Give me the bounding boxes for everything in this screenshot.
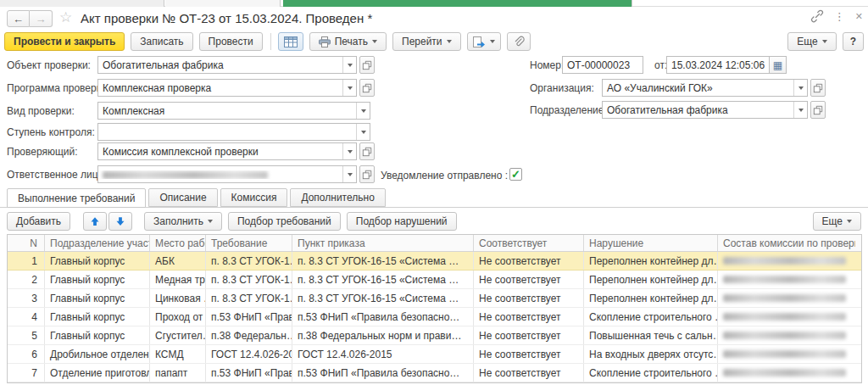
- fill-button[interactable]: Заполнить: [144, 212, 222, 231]
- table-cell-commission[interactable]: [718, 252, 855, 270]
- attachment-button[interactable]: [507, 32, 531, 51]
- column-header[interactable]: Место работ: [150, 235, 206, 251]
- save-button[interactable]: Записать: [131, 32, 192, 51]
- column-header[interactable]: Пункт приказа: [292, 235, 474, 251]
- table-cell[interactable]: п. 8.3 СТ УГОК-16-15 «Система …: [292, 252, 474, 270]
- table-cell[interactable]: Не соответствует: [474, 345, 584, 363]
- back-button[interactable]: ←: [7, 10, 30, 27]
- table-cell[interactable]: Главный корпус: [45, 308, 150, 326]
- table-cell[interactable]: п.53 ФНиП «Правила безопасно…: [292, 364, 474, 382]
- print-button[interactable]: Печать: [309, 32, 387, 51]
- dropdown-button[interactable]: [342, 143, 356, 159]
- table-cell[interactable]: АБК: [150, 252, 206, 270]
- table-more-button[interactable]: Еще: [813, 212, 861, 231]
- table-cell-commission[interactable]: [718, 289, 855, 307]
- table-row[interactable]: 6Дробильное отделениеКСМДГОСТ 12.4.026-2…: [8, 345, 861, 364]
- table-cell[interactable]: п.38 Федеральных норм и прави…: [292, 326, 474, 344]
- structure-toggle-button[interactable]: [278, 32, 303, 51]
- send-button[interactable]: [467, 32, 501, 51]
- table-cell[interactable]: Главный корпус: [45, 252, 150, 270]
- table-cell[interactable]: 6: [8, 345, 45, 363]
- table-cell[interactable]: п.53 ФНиП «Правила безопасно…: [292, 308, 474, 326]
- active-window-tab-indicator[interactable]: [283, 0, 632, 7]
- table-cell[interactable]: Сгустител…: [150, 326, 206, 344]
- table-cell[interactable]: Не соответствует: [474, 308, 584, 326]
- table-row[interactable]: 2Главный корпусМедная тр…п. 8.3 СТ УГОК-…: [8, 271, 861, 289]
- dropdown-button[interactable]: [793, 102, 807, 118]
- table-cell[interactable]: На входных дверях отсутс…: [584, 345, 718, 363]
- table-cell[interactable]: Не соответствует: [474, 289, 584, 307]
- table-cell[interactable]: Не соответствует: [474, 252, 584, 270]
- window-tab[interactable]: [165, 0, 281, 7]
- table-cell[interactable]: 5: [8, 326, 45, 344]
- table-cell[interactable]: Не соответствует: [474, 271, 584, 288]
- move-down-button[interactable]: [108, 212, 132, 231]
- add-row-button[interactable]: Добавить: [7, 212, 70, 231]
- close-icon[interactable]: ✕: [855, 11, 863, 22]
- table-row[interactable]: 3Главный корпусЦинковая …п. 8.3 СТ УГОК-…: [8, 289, 861, 308]
- column-header[interactable]: Подразделение участка: [45, 235, 150, 251]
- kebab-menu-icon[interactable]: ⋮: [834, 10, 845, 23]
- column-header[interactable]: N: [8, 235, 45, 251]
- post-button[interactable]: Провести: [199, 32, 263, 51]
- table-row[interactable]: 1Главный корпусАБКп. 8.3 СТ УГОК-1…п. 8.…: [8, 252, 861, 271]
- column-header[interactable]: Состав комиссии по проверке: [718, 235, 855, 251]
- more-button[interactable]: Еще: [787, 32, 836, 51]
- table-cell[interactable]: п.53 ФНиП «Прав…: [206, 308, 292, 326]
- table-cell[interactable]: Не соответствует: [474, 326, 584, 344]
- table-cell[interactable]: Переполнен контейнер дл…: [584, 289, 718, 307]
- tab-0[interactable]: Выполнение требований: [7, 188, 146, 208]
- table-cell-commission[interactable]: [718, 308, 855, 326]
- number-input[interactable]: ОТ-00000023: [562, 56, 643, 74]
- table-row[interactable]: 4Главный корпусПроход от …п.53 ФНиП «Пра…: [8, 308, 861, 326]
- table-cell[interactable]: Медная тр…: [150, 271, 206, 288]
- dropdown-button[interactable]: [356, 124, 370, 140]
- table-cell[interactable]: Главный корпус: [45, 271, 150, 288]
- organization-combo[interactable]: АО «Учалинский ГОК»: [602, 79, 808, 97]
- open-item-button[interactable]: [810, 79, 826, 97]
- table-cell[interactable]: Скопление строительного …: [584, 364, 718, 382]
- table-cell[interactable]: папапт: [150, 364, 206, 382]
- table-cell-commission[interactable]: [718, 326, 855, 344]
- notification-checkbox[interactable]: ✓: [509, 168, 522, 181]
- table-cell[interactable]: п. 8.3 СТ УГОК-1…: [206, 271, 292, 288]
- table-cell[interactable]: п. 8.3 СТ УГОК-1…: [206, 252, 292, 270]
- tab-3[interactable]: Дополнительно: [290, 188, 385, 207]
- pick-violations-button[interactable]: Подбор нарушений: [347, 212, 457, 231]
- field-combo[interactable]: [97, 123, 370, 141]
- column-header[interactable]: Нарушение: [584, 235, 718, 251]
- calendar-picker-button[interactable]: ▦: [770, 56, 787, 74]
- table-cell[interactable]: ГОСТ 12.4.026-20…: [206, 345, 292, 363]
- table-cell[interactable]: Проход от …: [150, 308, 206, 326]
- table-cell[interactable]: ГОСТ 12.4.026-2015: [292, 345, 474, 363]
- table-cell[interactable]: Отделение приготовл…: [45, 364, 150, 382]
- table-cell[interactable]: 4: [8, 308, 45, 326]
- table-cell[interactable]: КСМД: [150, 345, 206, 363]
- table-cell[interactable]: Дробильное отделение: [45, 345, 150, 363]
- column-header[interactable]: Соответствует: [474, 235, 584, 251]
- table-cell[interactable]: Скопление строительного …: [584, 308, 718, 326]
- table-cell-commission[interactable]: [718, 345, 855, 363]
- table-cell[interactable]: 1: [8, 252, 45, 270]
- table-cell[interactable]: п. 8.3 СТ УГОК-16-15 «Система …: [292, 289, 474, 307]
- table-cell-commission[interactable]: [718, 364, 855, 382]
- table-row[interactable]: 7Отделение приготовл…папаптп.53 ФНиП «Пр…: [8, 364, 861, 382]
- table-cell[interactable]: п. 8.3 СТ УГОК-1…: [206, 289, 292, 307]
- open-item-button[interactable]: [810, 101, 826, 119]
- post-and-close-button[interactable]: Провести и закрыть: [4, 32, 125, 51]
- table-cell[interactable]: п.38 Федеральн…: [206, 326, 292, 344]
- table-cell[interactable]: Переполнен контейнер дл…: [584, 252, 718, 270]
- goto-button[interactable]: Перейти: [392, 32, 461, 51]
- table-cell[interactable]: Главный корпус: [45, 326, 150, 344]
- table-cell[interactable]: п. 8.3 СТ УГОК-16-15 «Система …: [292, 271, 474, 288]
- tab-2[interactable]: Комиссия: [220, 188, 288, 207]
- favorite-star-icon[interactable]: ☆: [59, 8, 72, 26]
- pick-requirements-button[interactable]: Подбор требований: [228, 212, 341, 231]
- window-tab[interactable]: [0, 0, 164, 7]
- table-cell[interactable]: 3: [8, 289, 45, 307]
- table-cell[interactable]: 7: [8, 364, 45, 382]
- table-cell[interactable]: Повышенная течь с сальн…: [584, 326, 718, 344]
- table-cell[interactable]: Главный корпус: [45, 289, 150, 307]
- help-button[interactable]: ?: [843, 32, 864, 51]
- tab-1[interactable]: Описание: [148, 188, 217, 207]
